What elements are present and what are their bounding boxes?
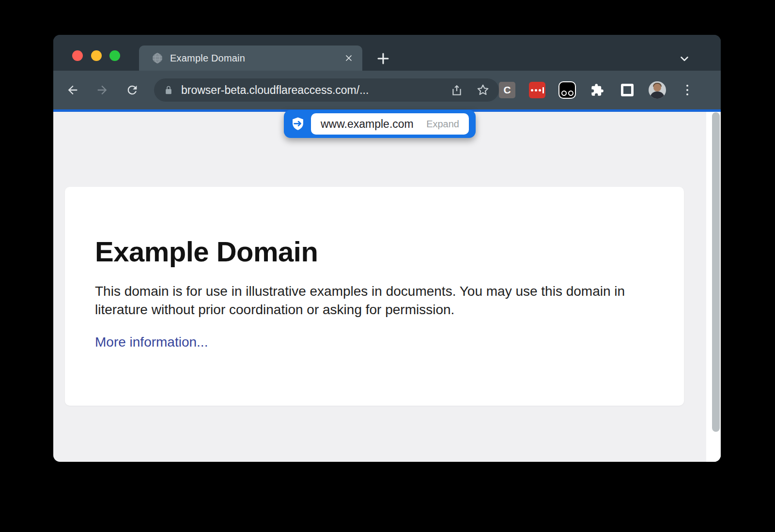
bookmark-star-icon[interactable] bbox=[477, 84, 489, 96]
forward-icon bbox=[95, 83, 109, 97]
new-tab-button[interactable] bbox=[375, 50, 391, 67]
page-title: Example Domain bbox=[95, 235, 655, 268]
content-card: Example Domain This domain is for use in… bbox=[65, 187, 684, 406]
extensions-menu-button[interactable] bbox=[582, 71, 612, 109]
scrollbar-thumb[interactable] bbox=[712, 112, 720, 432]
avatar bbox=[649, 81, 666, 99]
share-icon[interactable] bbox=[450, 84, 463, 96]
lastpass-extension-button[interactable] bbox=[522, 71, 552, 109]
isolation-badge[interactable]: www.example.com Expand bbox=[284, 110, 476, 138]
isolated-domain-text: www.example.com bbox=[321, 118, 414, 131]
minimize-window-button[interactable] bbox=[91, 50, 102, 61]
puzzle-icon bbox=[590, 83, 604, 97]
page-viewport: www.example.com Expand Example Domain Th… bbox=[53, 112, 721, 462]
eyes-extension-button[interactable] bbox=[552, 71, 582, 109]
side-panel-icon bbox=[621, 84, 634, 96]
extension-c-button[interactable]: C bbox=[492, 71, 522, 109]
tab-strip-menu-button[interactable] bbox=[678, 52, 691, 65]
fullscreen-window-button[interactable] bbox=[109, 50, 120, 61]
back-icon bbox=[66, 83, 79, 97]
lock-icon[interactable] bbox=[164, 85, 173, 95]
reload-icon bbox=[125, 83, 139, 97]
chevron-down-icon bbox=[678, 52, 691, 65]
globe-icon bbox=[152, 52, 163, 64]
browser-window: Example Domain bbox=[53, 35, 721, 462]
lastpass-icon bbox=[529, 82, 545, 98]
browser-menu-button[interactable] bbox=[672, 71, 702, 109]
tab-strip: Example Domain bbox=[53, 35, 721, 71]
shield-arrow-icon bbox=[290, 116, 306, 132]
back-button[interactable] bbox=[63, 80, 82, 100]
more-information-link[interactable]: More information... bbox=[95, 334, 208, 350]
profile-button[interactable] bbox=[642, 71, 672, 109]
extensions-row: C bbox=[492, 71, 702, 109]
eyes-icon bbox=[558, 81, 576, 99]
plus-icon bbox=[376, 51, 390, 66]
close-window-button[interactable] bbox=[72, 50, 83, 61]
extension-c-icon: C bbox=[499, 82, 515, 98]
forward-button[interactable] bbox=[93, 80, 112, 100]
address-bar[interactable]: browser-beta.cloudflareaccess.com/... bbox=[154, 78, 499, 102]
tab-title: Example Domain bbox=[170, 53, 245, 64]
reload-button[interactable] bbox=[123, 80, 142, 100]
close-tab-icon[interactable] bbox=[342, 51, 356, 65]
scrollbar-track[interactable] bbox=[706, 112, 721, 462]
page-body-text: This domain is for use in illustrative e… bbox=[95, 282, 652, 319]
expand-button[interactable]: Expand bbox=[426, 119, 459, 130]
isolation-badge-inner: www.example.com Expand bbox=[311, 113, 469, 135]
toolbar: browser-beta.cloudflareaccess.com/... C bbox=[53, 71, 721, 109]
side-panel-button[interactable] bbox=[612, 71, 642, 109]
kebab-menu-icon bbox=[686, 85, 689, 96]
active-tab[interactable]: Example Domain bbox=[139, 46, 362, 71]
url-text[interactable]: browser-beta.cloudflareaccess.com/... bbox=[181, 84, 369, 97]
